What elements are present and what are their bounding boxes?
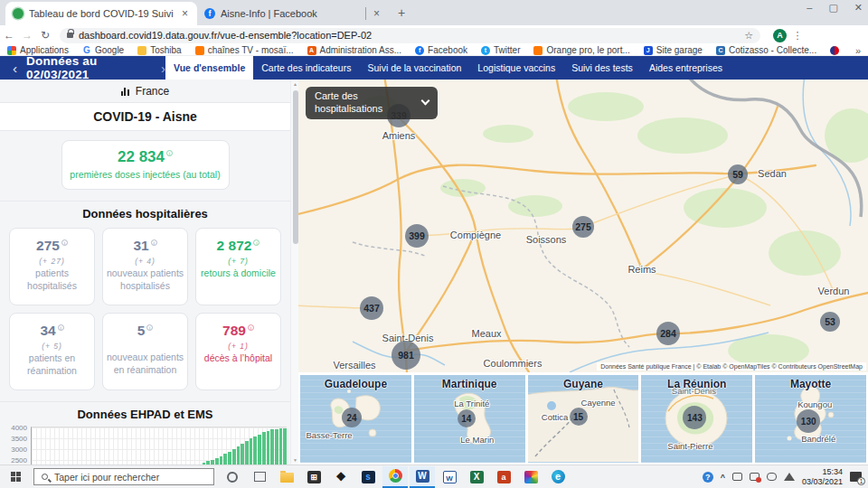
bookmark-item[interactable]: Twitter [481,45,520,55]
tray-expand-icon[interactable]: ^ [721,473,725,482]
phone-icon[interactable] [732,473,742,481]
dashboard-tab[interactable]: Vue d'ensemble [165,56,253,80]
inset-martinique[interactable]: Martinique La Trinité 14 Le Marin [414,375,525,463]
tab-close-icon[interactable]: × [372,7,382,20]
taskbar-clock[interactable]: 15:34 03/03/2021 [802,467,843,487]
stat-label: décès à l’hôpital [199,352,278,365]
maximize-button[interactable]: ▢ [828,2,837,14]
info-icon[interactable] [151,239,157,246]
word-doc-icon [443,471,457,483]
chart-bar [220,456,223,465]
file-explorer-button[interactable] [274,466,299,488]
info-icon[interactable] [166,150,173,156]
scroll-up-icon[interactable]: ▲ [291,81,298,87]
chart-y-axis: 4000 3500 3000 2500 [2,427,31,465]
new-tab-button[interactable]: + [389,5,414,25]
inset-guadeloupe[interactable]: Guadeloupe 24 Basse-Terre [300,375,411,463]
map-bubble[interactable]: 399 [405,224,429,248]
inset-bubble[interactable]: 15 [570,408,588,426]
bookmark-star-icon[interactable]: ☆ [744,30,753,42]
inset-bubble[interactable]: 24 [342,408,362,427]
bookmarks-overflow-icon[interactable]: » [855,45,861,56]
bookmark-item[interactable]: Orange pro, le port... [533,45,629,55]
task-view-button[interactable] [247,466,272,488]
bookmark-item[interactable]: Facebook [415,45,467,55]
action-center-icon[interactable]: 1 [850,472,862,482]
stat-card: 275 (+ 27) patients hospitalisés [9,228,95,305]
minimize-button[interactable]: – [807,2,812,14]
refresh-icon[interactable]: ↻ [36,29,54,42]
help-icon[interactable] [703,472,713,483]
start-button[interactable] [3,466,28,488]
date-label: Données au 02/03/2021 [26,54,152,81]
bookmark-item[interactable]: chaînes TV - mosaï... [195,45,294,55]
bookmark-item[interactable]: Agenda Premier Mi... [830,45,842,55]
edge-button[interactable] [545,466,571,488]
chart-bar [270,429,274,465]
search-icon [42,474,48,480]
browser-menu-icon[interactable]: ⋮ [787,30,808,42]
inset-title: Mayotte [755,378,866,390]
inset-mayotte[interactable]: Mayotte Koungou 130 Bandrélé [755,375,866,463]
back-icon[interactable]: ← [0,29,18,42]
chart-bar [250,438,253,465]
map-canvas[interactable]: Carte des hospitalisations Données Santé… [298,80,868,372]
map-layer-dropdown[interactable]: Carte des hospitalisations [306,87,438,119]
tab-close-icon[interactable]: × [180,7,190,20]
chrome-button[interactable] [382,466,408,488]
inset-guyane[interactable]: Guyane Cayenne Cottica 15 [528,375,639,463]
store-button[interactable] [301,466,326,488]
inset-lareunion[interactable]: La Réunion Saint-Denis 143 Saint-Pierre [641,375,752,463]
network-icon[interactable] [784,473,795,481]
dashboard-tab[interactable]: Carte des indicateurs [253,56,359,80]
dashboard-tab[interactable]: Suivi de la vaccination [359,56,469,80]
bookmark-item[interactable]: Site garage [644,45,703,55]
dropbox-button[interactable] [328,466,354,488]
photos-button[interactable] [518,466,543,488]
previous-day-icon[interactable]: ‹ [13,61,17,75]
excel-button[interactable] [464,466,489,488]
camera-icon[interactable] [767,473,777,481]
map-bubble[interactable]: 53 [820,312,840,332]
browser-tab-dashboard[interactable]: Tableau de bord COVID-19 Suivi × [5,2,197,25]
map-bubble[interactable]: 437 [360,296,383,320]
dashboard-tab[interactable]: Logistique vaccins [469,56,563,80]
info-icon[interactable] [61,239,68,246]
vaccine-label: premières doses injectées (au total) [68,169,223,181]
inset-bubble[interactable]: 14 [458,409,476,427]
taskbar-search[interactable]: Taper ici pour rechercher [33,468,214,485]
map-bubble[interactable]: 59 [728,164,748,184]
stat-label: patients en réanimation [13,352,91,377]
close-button[interactable]: ✕ [854,2,863,14]
cortana-button[interactable] [220,466,245,488]
bookmark-item[interactable]: Administration Ass... [307,45,402,55]
city-label: Soissons [526,234,567,245]
scrollbar-thumb[interactable] [293,90,298,244]
lock-icon [67,33,73,38]
map-bubble[interactable]: 981 [392,341,420,370]
browser-tab-facebook[interactable]: Aisne-Info | Facebook × [197,2,389,25]
map-bubble[interactable]: 275 [572,216,594,238]
dashboard-tab[interactable]: Suivi des tests [563,56,641,80]
info-icon[interactable] [248,324,254,331]
dropbox-icon [335,471,348,483]
file-explorer-icon [280,473,294,483]
app-red-button[interactable] [491,466,516,488]
info-icon[interactable] [146,324,153,331]
dashboard-tab[interactable]: Aides entreprises [641,56,731,80]
sync-alert-icon[interactable] [750,473,760,481]
word-doc-button[interactable] [437,466,462,488]
region-switch-france[interactable]: France [0,80,290,103]
sidebar-scrollbar[interactable]: ▲ ▼ [290,80,298,465]
info-icon[interactable] [253,239,259,246]
bookmark-item[interactable]: Cotizasso - Collecte... [716,45,816,55]
address-bar[interactable]: dashboard.covid19.data.gouv.fr/vue-d-ens… [60,28,760,43]
inset-bubble[interactable]: 130 [797,409,820,433]
word-button[interactable] [410,466,435,488]
info-icon[interactable] [58,324,64,331]
map-bubble[interactable]: 284 [656,322,680,345]
scroll-down-icon[interactable]: ▼ [291,457,298,463]
forward-icon[interactable]: → [18,29,36,42]
profile-avatar[interactable]: A [773,29,787,42]
s-app-button[interactable] [355,466,381,488]
